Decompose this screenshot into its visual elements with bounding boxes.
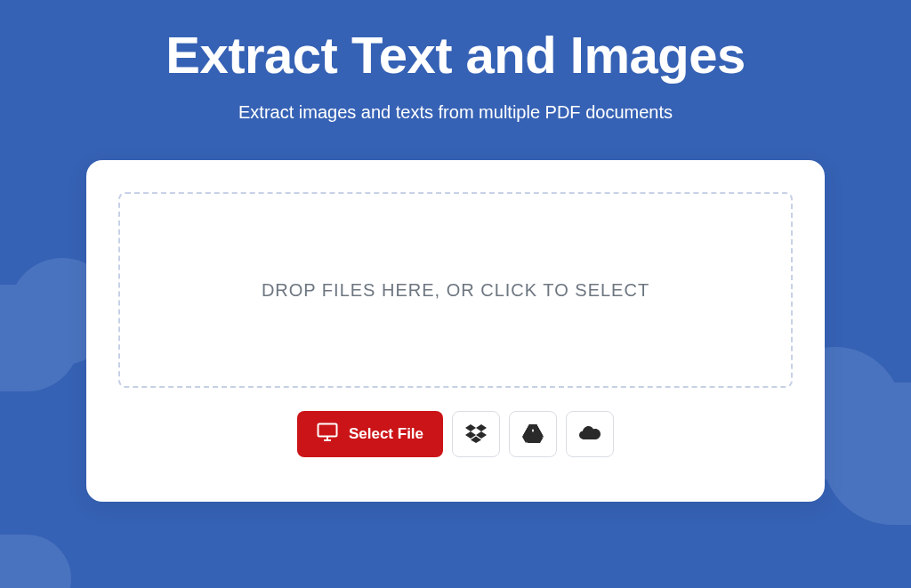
- onedrive-button[interactable]: [566, 411, 614, 457]
- upload-source-buttons: Select File: [118, 411, 793, 457]
- decorative-cloud: [0, 535, 71, 588]
- page-subtitle: Extract images and texts from multiple P…: [0, 102, 911, 123]
- onedrive-icon: [579, 423, 601, 446]
- decorative-cloud: [822, 383, 911, 525]
- page-title: Extract Text and Images: [0, 0, 911, 85]
- svg-marker-3: [465, 424, 476, 431]
- select-file-button-label: Select File: [349, 425, 423, 443]
- svg-marker-4: [476, 424, 487, 431]
- select-file-button[interactable]: Select File: [297, 411, 443, 457]
- google-drive-button[interactable]: [509, 411, 557, 457]
- computer-icon: [317, 423, 338, 447]
- dropbox-button[interactable]: [452, 411, 500, 457]
- dropzone-instruction: DROP FILES HERE, OR CLICK TO SELECT: [262, 280, 649, 301]
- decorative-cloud: [0, 285, 80, 391]
- google-drive-icon: [522, 423, 544, 446]
- file-dropzone[interactable]: DROP FILES HERE, OR CLICK TO SELECT: [118, 192, 793, 388]
- upload-card: DROP FILES HERE, OR CLICK TO SELECT Sele…: [86, 160, 825, 502]
- svg-rect-0: [318, 423, 336, 436]
- dropbox-icon: [465, 423, 487, 446]
